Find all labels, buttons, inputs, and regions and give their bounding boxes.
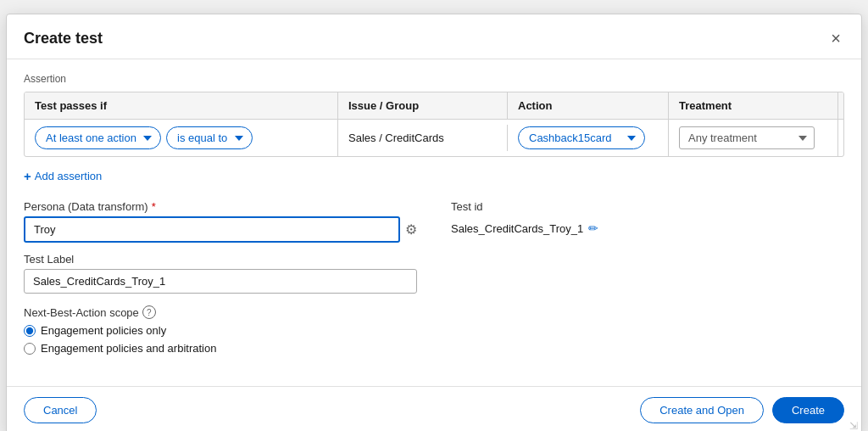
cell-test-passes-if: At least one action is equal to (25, 120, 338, 156)
cell-issue-group: Sales / CreditCards (338, 125, 508, 151)
edit-icon[interactable]: ✏ (588, 221, 598, 235)
cell-action: Cashback15card (508, 120, 669, 156)
condition-dropdown[interactable]: is equal to (166, 126, 253, 149)
required-star: * (152, 200, 156, 213)
col-header-extra (838, 92, 844, 119)
add-assertion-button[interactable]: + Add assertion (24, 165, 102, 187)
create-button[interactable]: Create (772, 397, 844, 423)
gear-icon[interactable]: ⚙ (405, 221, 417, 238)
persona-wrapper: ⚙ (24, 216, 417, 243)
test-label-input[interactable] (24, 269, 417, 294)
radio-engagement-arbitration[interactable]: Engagement policies and arbitration (24, 342, 844, 355)
persona-label: Persona (Data transform) * (24, 200, 417, 213)
cancel-button[interactable]: Cancel (24, 397, 97, 423)
test-passes-if-dropdown[interactable]: At least one action (35, 126, 161, 149)
col-header-test-passes-if: Test passes if (25, 92, 338, 119)
cell-extra (838, 132, 844, 145)
nba-scope-section: Next-Best-Action scope ? Engagement poli… (24, 305, 844, 355)
col-header-issue-group: Issue / Group (338, 92, 508, 119)
test-id-value-row: Sales_CreditCards_Troy_1 ✏ (451, 216, 844, 240)
modal-footer: Cancel Create and Open Create (7, 386, 861, 431)
modal-overlay: Create test × Assertion Test passes if I… (6, 8, 862, 431)
plus-icon: + (24, 169, 31, 183)
help-icon[interactable]: ? (142, 305, 156, 319)
modal-body: Assertion Test passes if Issue / Group A… (7, 59, 861, 386)
col-header-treatment: Treatment (669, 92, 838, 119)
test-id-value: Sales_CreditCards_Troy_1 (451, 222, 583, 235)
issue-group-value: Sales / CreditCards (348, 132, 444, 144)
persona-group: Persona (Data transform) * ⚙ (24, 200, 417, 243)
resize-handle[interactable]: ⇲ (849, 420, 858, 431)
table-row: At least one action is equal to Sales / … (25, 120, 843, 156)
close-button[interactable]: × (827, 28, 844, 48)
action-dropdown[interactable]: Cashback15card (518, 126, 645, 149)
treatment-dropdown[interactable]: Any treatment (679, 126, 815, 149)
grid-spacer (451, 253, 844, 294)
radio-engagement-only-input[interactable] (24, 325, 36, 337)
scope-label: Next-Best-Action scope ? (24, 305, 844, 319)
modal-header: Create test × (7, 14, 861, 59)
test-id-group: Test id Sales_CreditCards_Troy_1 ✏ (451, 200, 844, 243)
create-test-modal: Create test × Assertion Test passes if I… (6, 14, 862, 431)
test-label-group: Test Label (24, 253, 417, 294)
footer-right: Create and Open Create (640, 397, 844, 423)
assertion-section-label: Assertion (24, 73, 844, 85)
create-and-open-button[interactable]: Create and Open (640, 397, 764, 423)
radio-engagement-only[interactable]: Engagement policies only (24, 324, 844, 337)
radio-group: Engagement policies only Engagement poli… (24, 324, 844, 355)
test-label-label: Test Label (24, 253, 417, 266)
table-header: Test passes if Issue / Group Action Trea… (25, 92, 843, 120)
col-header-action: Action (508, 92, 669, 119)
assertion-table: Test passes if Issue / Group Action Trea… (24, 92, 844, 157)
form-section: Persona (Data transform) * ⚙ Test id Sal… (24, 200, 844, 294)
test-id-label: Test id (451, 200, 844, 213)
persona-input[interactable] (24, 216, 400, 243)
cell-treatment: Any treatment (669, 120, 838, 156)
modal-title: Create test (24, 30, 103, 48)
add-assertion-label: Add assertion (35, 170, 103, 182)
radio-engagement-arbitration-input[interactable] (24, 343, 36, 355)
